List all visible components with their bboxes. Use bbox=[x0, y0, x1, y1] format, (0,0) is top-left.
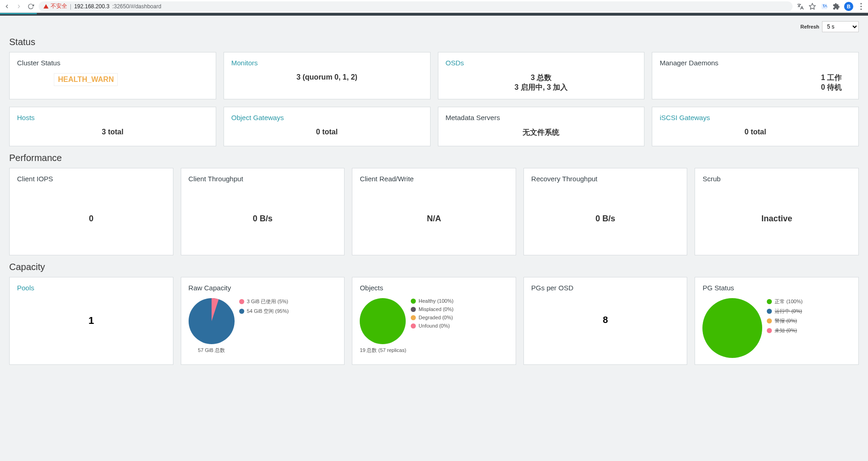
section-title-capacity: Capacity bbox=[9, 262, 859, 272]
pgs-per-osd-value: 8 bbox=[531, 315, 680, 325]
card-title: PGs per OSD bbox=[531, 284, 680, 292]
legend-label: 未知 (0%) bbox=[775, 327, 797, 334]
monitors-value: 3 (quorum 0, 1, 2) bbox=[231, 73, 423, 81]
legend-swatch bbox=[767, 309, 772, 314]
menu-icon[interactable] bbox=[857, 2, 865, 11]
svg-point-3 bbox=[861, 6, 862, 7]
throughput-value: 0 B/s bbox=[189, 189, 337, 248]
legend-label: Healthy (100%) bbox=[419, 298, 454, 304]
iops-value: 0 bbox=[17, 189, 166, 248]
card-client-iops: Client IOPS 0 bbox=[9, 168, 173, 255]
card-title: Metadata Servers bbox=[446, 114, 637, 121]
card-title-link[interactable]: Object Gateways bbox=[231, 114, 423, 121]
card-title-link[interactable]: Monitors bbox=[231, 59, 423, 67]
card-recovery-throughput: Recovery Throughput 0 B/s bbox=[523, 168, 688, 255]
objects-legend: Healthy (100%) Misplaced (0%) Degraded (… bbox=[411, 298, 508, 354]
dashboard-page: Refresh 5 s Status Cluster Status HEALTH… bbox=[0, 16, 868, 461]
address-bar[interactable]: 不安全 | 192.168.200.3:32650/#/dashboard bbox=[39, 1, 793, 12]
legend-swatch bbox=[411, 299, 416, 304]
legend-label: 3 GiB 已使用 (5%) bbox=[247, 298, 288, 305]
svg-point-2 bbox=[861, 3, 862, 4]
back-button[interactable] bbox=[3, 2, 11, 11]
browser-toolbar: 不安全 | 192.168.200.3:32650/#/dashboard B bbox=[0, 0, 868, 13]
objects-pie bbox=[360, 298, 406, 344]
forward-button[interactable] bbox=[15, 2, 23, 11]
app-header-stripe bbox=[0, 13, 868, 16]
osds-line2: 3 启用中, 3 加入 bbox=[446, 83, 637, 92]
svg-point-4 bbox=[861, 8, 862, 10]
card-object-gateways: Object Gateways 0 total bbox=[224, 107, 431, 146]
health-warn-badge[interactable]: HEALTH_WARN bbox=[54, 73, 118, 86]
card-scrub: Scrub Inactive bbox=[695, 168, 859, 255]
extensions-icon[interactable] bbox=[832, 2, 840, 11]
star-icon[interactable] bbox=[808, 2, 816, 11]
card-objects: Objects 19 总数 (57 replicas) Healthy (100… bbox=[352, 277, 516, 365]
card-title: Client Throughput bbox=[189, 175, 337, 183]
gtranslate-ext-icon[interactable] bbox=[820, 2, 828, 11]
raw-legend: 3 GiB 已使用 (5%) 54 GiB 空闲 (95%) bbox=[239, 298, 337, 354]
raw-capacity-pie bbox=[189, 298, 235, 344]
card-title: Manager Daemons bbox=[660, 59, 851, 67]
card-title-link[interactable]: OSDs bbox=[446, 59, 637, 67]
svg-marker-0 bbox=[809, 3, 815, 9]
card-title-link[interactable]: Hosts bbox=[17, 114, 208, 121]
insecure-badge: 不安全 bbox=[43, 2, 67, 10]
legend-label: Unfound (0%) bbox=[419, 323, 450, 328]
svg-point-6 bbox=[360, 298, 406, 344]
card-title: Raw Capacity bbox=[189, 284, 337, 292]
legend-swatch bbox=[767, 318, 772, 323]
pools-value: 1 bbox=[17, 315, 166, 327]
hosts-value: 3 total bbox=[17, 128, 208, 136]
refresh-label: Refresh bbox=[800, 24, 819, 29]
card-pools: Pools 1 bbox=[9, 277, 173, 365]
card-pg-status: PG Status 正常 (100%) 运行中 (0%) 警报 (0%) 未知 … bbox=[695, 277, 859, 365]
osds-line1: 3 总数 bbox=[446, 73, 637, 83]
card-title: Recovery Throughput bbox=[531, 175, 680, 183]
iscsi-value: 0 total bbox=[660, 128, 851, 136]
card-title: Client IOPS bbox=[17, 175, 166, 183]
card-iscsi-gateways: iSCSI Gateways 0 total bbox=[652, 107, 859, 146]
pg-status-legend: 正常 (100%) 运行中 (0%) 警报 (0%) 未知 (0%) bbox=[767, 298, 851, 358]
refresh-select[interactable]: 5 s bbox=[822, 21, 859, 32]
reload-button[interactable] bbox=[27, 2, 35, 11]
insecure-label: 不安全 bbox=[51, 2, 67, 10]
translate-icon[interactable] bbox=[796, 2, 805, 11]
card-raw-capacity: Raw Capacity 57 GiB 总数 3 GiB 已使用 (5%) 54… bbox=[181, 277, 345, 365]
legend-swatch bbox=[239, 309, 244, 314]
pg-status-pie bbox=[702, 298, 762, 358]
legend-label: Degraded (0%) bbox=[419, 315, 453, 320]
mgr-line2: 0 待机 bbox=[660, 83, 851, 92]
url-host: 192.168.200.3 bbox=[74, 3, 109, 10]
card-hosts: Hosts 3 total bbox=[9, 107, 216, 146]
legend-swatch bbox=[767, 299, 772, 304]
card-title: Scrub bbox=[702, 175, 851, 183]
objgw-value: 0 total bbox=[231, 128, 423, 136]
legend-swatch bbox=[411, 315, 416, 320]
legend-label: Misplaced (0%) bbox=[419, 306, 454, 312]
legend-swatch bbox=[239, 299, 244, 304]
card-title: Cluster Status bbox=[17, 59, 208, 67]
section-title-status: Status bbox=[9, 37, 859, 47]
card-managers: Manager Daemons 1 工作 0 待机 bbox=[652, 52, 859, 99]
card-title-link[interactable]: Pools bbox=[17, 284, 166, 292]
raw-total: 57 GiB 总数 bbox=[189, 347, 235, 354]
section-title-performance: Performance bbox=[9, 153, 859, 163]
card-title: Client Read/Write bbox=[360, 175, 508, 183]
svg-rect-1 bbox=[822, 4, 827, 9]
rw-value: N/A bbox=[360, 189, 508, 248]
legend-label: 运行中 (0%) bbox=[775, 308, 802, 315]
mgr-line1: 1 工作 bbox=[660, 73, 851, 83]
card-title-link[interactable]: iSCSI Gateways bbox=[660, 114, 851, 121]
legend-label: 警报 (0%) bbox=[775, 317, 797, 324]
legend-swatch bbox=[411, 323, 416, 328]
mds-value: 无文件系统 bbox=[446, 128, 637, 138]
card-cluster-status: Cluster Status HEALTH_WARN bbox=[9, 52, 216, 99]
recovery-value: 0 B/s bbox=[531, 189, 680, 248]
legend-swatch bbox=[411, 307, 416, 312]
card-pgs-per-osd: PGs per OSD 8 bbox=[523, 277, 688, 365]
url-rest: :32650/#/dashboard bbox=[112, 3, 161, 10]
svg-point-7 bbox=[702, 298, 762, 358]
legend-label: 正常 (100%) bbox=[775, 298, 803, 305]
profile-avatar[interactable]: B bbox=[844, 2, 853, 11]
legend-label: 54 GiB 空闲 (95%) bbox=[247, 308, 289, 315]
